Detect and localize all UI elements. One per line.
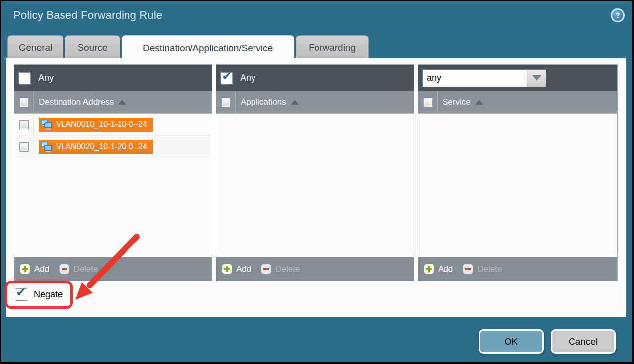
tab-source[interactable]: Source — [65, 35, 120, 60]
service-select-all-cell — [418, 91, 438, 113]
address-row[interactable]: VLAN0010_10-1-10-0--24 — [14, 114, 212, 136]
minus-icon — [463, 264, 473, 274]
service-list — [418, 114, 617, 257]
applications-any-header: Any — [216, 65, 414, 91]
sort-ascending-icon[interactable] — [118, 100, 126, 105]
destination-select-all-cell — [14, 91, 34, 113]
address-object-label: VLAN0010_10-1-10-0--24 — [56, 120, 147, 129]
service-column-label[interactable]: Service — [443, 97, 471, 107]
applications-any-checkbox[interactable] — [221, 72, 233, 84]
destination-select-all-checkbox[interactable] — [19, 98, 29, 107]
plus-icon — [20, 264, 30, 274]
destination-list: VLAN0010_10-1-10-0--24 — [14, 114, 212, 257]
destination-any-checkbox[interactable] — [19, 72, 31, 84]
destination-column-header: Destination Address — [14, 91, 212, 114]
negate-control: Negate — [15, 288, 63, 301]
service-column-header: Service — [418, 91, 617, 114]
destination-any-label: Any — [38, 73, 54, 83]
destination-address-panel: Any Destination Address — [14, 64, 212, 281]
applications-panel: Any Applications Add Delete — [216, 64, 414, 281]
sort-ascending-icon[interactable] — [475, 100, 483, 105]
chevron-down-icon — [532, 75, 541, 81]
service-select-all-checkbox[interactable] — [423, 98, 433, 107]
address-row[interactable]: VLAN0020_10-1-20-0--24 — [14, 136, 212, 158]
applications-list — [216, 114, 414, 257]
pbf-rule-dialog: Policy Based Forwarding Rule General Sou… — [1, 1, 632, 362]
add-button[interactable]: Add — [424, 264, 453, 274]
address-object-chip[interactable]: VLAN0020_10-1-20-0--24 — [39, 140, 153, 154]
tab-general[interactable]: General — [7, 35, 63, 60]
delete-button[interactable]: Delete — [463, 264, 502, 274]
destination-column-label[interactable]: Destination Address — [39, 97, 114, 107]
delete-button[interactable]: Delete — [261, 264, 300, 274]
minus-icon — [59, 264, 69, 274]
service-header: any — [418, 65, 617, 91]
dialog-title: Policy Based Forwarding Rule — [13, 9, 162, 22]
address-object-chip[interactable]: VLAN0010_10-1-10-0--24 — [39, 118, 153, 132]
destination-any-header: Any — [14, 65, 212, 91]
plus-icon — [424, 264, 434, 274]
negate-label: Negate — [34, 289, 63, 300]
service-panel: any Service Add — [418, 64, 618, 281]
dropdown-button[interactable] — [527, 69, 546, 87]
row-checkbox[interactable] — [19, 142, 29, 152]
address-object-label: VLAN0020_10-1-20-0--24 — [56, 142, 147, 151]
service-footer: Add Delete — [418, 257, 617, 281]
tab-destination-application-service[interactable]: Destination/Application/Service — [122, 35, 294, 61]
applications-column-header: Applications — [216, 91, 414, 114]
sort-ascending-icon[interactable] — [291, 100, 299, 105]
tab-forwarding[interactable]: Forwarding — [296, 35, 369, 60]
applications-column-label[interactable]: Applications — [241, 97, 286, 107]
tab-content: Any Destination Address — [6, 58, 626, 317]
add-button[interactable]: Add — [20, 264, 49, 274]
minus-icon — [261, 264, 271, 274]
negate-checkbox[interactable] — [15, 288, 27, 301]
ok-button[interactable]: OK — [479, 329, 544, 354]
tab-bar: General Source Destination/Application/S… — [7, 35, 369, 60]
applications-select-all-cell — [216, 91, 236, 113]
applications-select-all-checkbox[interactable] — [221, 98, 231, 107]
plus-icon — [222, 264, 232, 274]
row-checkbox[interactable] — [19, 120, 29, 129]
add-button[interactable]: Add — [222, 264, 251, 274]
help-icon[interactable] — [611, 8, 625, 22]
network-address-icon — [40, 141, 53, 152]
service-type-value: any — [422, 69, 527, 87]
cancel-button[interactable]: Cancel — [551, 329, 616, 354]
applications-any-label: Any — [240, 73, 255, 83]
service-type-dropdown[interactable]: any — [422, 69, 546, 87]
delete-button[interactable]: Delete — [59, 264, 98, 274]
applications-footer: Add Delete — [216, 257, 414, 281]
network-address-icon — [40, 119, 53, 130]
destination-footer: Add Delete — [14, 257, 212, 281]
